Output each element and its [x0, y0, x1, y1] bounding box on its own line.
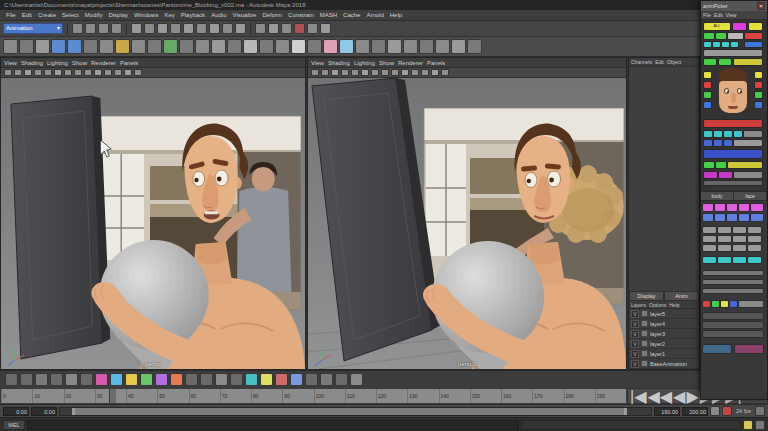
snap-icon[interactable] — [235, 23, 246, 34]
bottom-toolbar-icon[interactable] — [185, 373, 198, 386]
menu-file[interactable]: File — [3, 12, 19, 18]
shelf-icon[interactable] — [451, 39, 466, 54]
timeline-tick-50[interactable]: 50 — [157, 389, 188, 403]
viewport-toolbar-icon[interactable] — [74, 69, 82, 76]
menu-help[interactable]: Help — [387, 12, 405, 18]
channel-menu-channels[interactable]: Channels — [631, 59, 652, 65]
panel-menu-renderer[interactable]: Renderer — [91, 60, 116, 66]
selection-mask-icon[interactable] — [72, 23, 83, 34]
picker-select-button[interactable] — [714, 131, 722, 137]
picker-select-button[interactable] — [748, 257, 761, 263]
viewport-toolbar-icon[interactable] — [44, 69, 52, 76]
history-icon[interactable] — [268, 23, 279, 34]
picker-select-button[interactable] — [704, 150, 762, 158]
layer-visibility-toggle[interactable]: V — [631, 310, 639, 318]
picker-select-button[interactable] — [703, 214, 713, 221]
picker-select-button[interactable] — [704, 92, 711, 98]
snap-icon[interactable] — [131, 23, 142, 34]
layer-row[interactable]: Vlayer5 — [629, 309, 699, 319]
picker-select-button[interactable] — [733, 227, 746, 233]
character-set-icon[interactable] — [710, 406, 720, 416]
picker-select-button[interactable] — [739, 214, 749, 221]
picker-select-button[interactable] — [704, 72, 711, 78]
picker-select-button[interactable] — [718, 227, 731, 233]
shelf-icon[interactable] — [291, 39, 306, 54]
bottom-toolbar-icon[interactable] — [230, 373, 243, 386]
shelf-icon[interactable] — [387, 39, 402, 54]
bottom-toolbar-icon[interactable] — [50, 373, 63, 386]
channel-menu-object[interactable]: Object — [667, 59, 681, 65]
timeline-tick-90[interactable]: 90 — [282, 389, 313, 403]
snap-icon[interactable] — [183, 23, 194, 34]
picker-select-button[interactable] — [734, 59, 762, 65]
timeline-tick-80[interactable]: 80 — [251, 389, 282, 403]
panel-menu-renderer[interactable]: Renderer — [398, 60, 423, 66]
menu-arnold[interactable]: Arnold — [363, 12, 386, 18]
picker-select-button[interactable] — [703, 227, 716, 233]
shelf-icon[interactable] — [435, 39, 450, 54]
picker-face-mouth[interactable] — [728, 106, 738, 109]
snap-icon[interactable] — [196, 23, 207, 34]
picker-face-nose[interactable] — [731, 93, 736, 103]
timeline-tick-70[interactable]: 70 — [220, 389, 251, 403]
picker-select-button[interactable] — [721, 301, 728, 307]
picker-menu-view[interactable]: View — [726, 12, 737, 18]
viewport-toolbar-icon[interactable] — [341, 69, 349, 76]
picker-select-button[interactable] — [733, 23, 746, 30]
timeline-tick-140[interactable]: 140 — [439, 389, 470, 403]
panel-menu-view[interactable]: View — [4, 60, 17, 66]
history-icon[interactable] — [294, 23, 305, 34]
picker-select-button[interactable] — [733, 257, 746, 263]
viewport-toolbar-icon[interactable] — [411, 69, 419, 76]
picker-select-button[interactable] — [731, 42, 738, 47]
picker-select-button[interactable] — [716, 33, 726, 39]
picker-select-button[interactable] — [739, 204, 749, 211]
picker-select-button[interactable] — [730, 301, 737, 307]
selection-mask-icon[interactable] — [111, 23, 122, 34]
viewport-left-canvas[interactable]: persp — [1, 78, 305, 369]
shelf-icon[interactable] — [227, 39, 242, 54]
layer-row[interactable]: Vlayer2 — [629, 339, 699, 349]
picker-tab-body[interactable]: body — [701, 192, 734, 200]
picker-select-button[interactable] — [704, 172, 717, 178]
picker-menu-edit[interactable]: Edit — [714, 12, 723, 18]
timeline-tick-0[interactable]: 0 — [1, 389, 32, 403]
menu-set-dropdown[interactable]: Animation ▾ — [3, 23, 63, 34]
viewport-toolbar-icon[interactable] — [441, 69, 449, 76]
picker-select-button[interactable] — [748, 245, 761, 251]
menu-cache[interactable]: Cache — [340, 12, 363, 18]
viewport-toolbar-icon[interactable] — [64, 69, 72, 76]
panel-menu-lighting[interactable]: Lighting — [354, 60, 375, 66]
grid-icon[interactable] — [755, 420, 765, 430]
snap-icon[interactable] — [222, 23, 233, 34]
picker-select-button[interactable] — [722, 42, 729, 47]
bottom-toolbar-icon[interactable] — [155, 373, 168, 386]
range-slider[interactable] — [59, 407, 652, 416]
picker-select-button[interactable] — [704, 59, 716, 65]
picker-select-button[interactable] — [748, 236, 761, 242]
picker-canvas-extra[interactable] — [701, 201, 767, 399]
shelf-icon[interactable] — [467, 39, 482, 54]
picker-titlebar[interactable]: animPicker × — [701, 1, 767, 11]
shelf-icon[interactable] — [211, 39, 226, 54]
panel-menu-panels[interactable]: Panels — [427, 60, 445, 66]
viewport-toolbar-icon[interactable] — [331, 69, 339, 76]
timeline-tick-130[interactable]: 130 — [407, 389, 438, 403]
viewport-toolbar-icon[interactable] — [381, 69, 389, 76]
history-icon[interactable] — [255, 23, 266, 34]
picker-select-button[interactable] — [703, 301, 710, 307]
layer-menu-options[interactable]: Options — [649, 302, 666, 308]
viewport-toolbar-icon[interactable] — [34, 69, 42, 76]
shelf-icon[interactable] — [403, 39, 418, 54]
viewport-toolbar-icon[interactable] — [24, 69, 32, 76]
shelf-icon[interactable] — [323, 39, 338, 54]
picker-select-button[interactable] — [704, 120, 762, 127]
timeline-tick-20[interactable]: 20 — [64, 389, 95, 403]
viewport-toolbar-icon[interactable] — [401, 69, 409, 76]
picker-select-button[interactable] — [755, 102, 762, 108]
menu-playback[interactable]: Playback — [178, 12, 208, 18]
shelf-icon[interactable] — [163, 39, 178, 54]
picker-select-button[interactable] — [727, 214, 737, 221]
bottom-toolbar-icon[interactable] — [125, 373, 138, 386]
picker-select-button[interactable] — [755, 92, 762, 98]
